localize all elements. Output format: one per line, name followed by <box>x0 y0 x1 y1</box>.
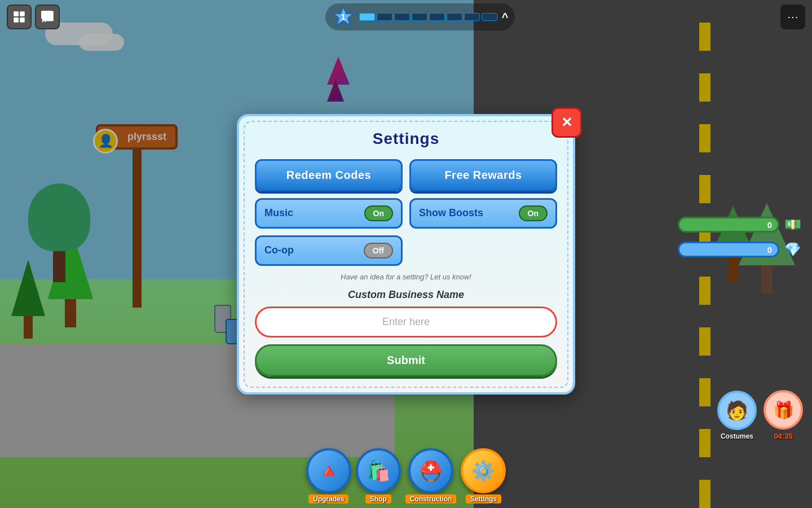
show-boosts-toggle[interactable]: Show Boosts On <box>409 198 557 229</box>
redeem-codes-button[interactable]: Redeem Codes <box>255 159 403 191</box>
settings-modal: ✕ Settings Redeem Codes Free Rewards Mus… <box>237 114 575 395</box>
show-boosts-label: Show Boosts <box>419 207 483 219</box>
coop-label: Co-op <box>264 244 294 256</box>
coop-toggle[interactable]: Co-op Off <box>255 235 403 266</box>
modal-title: Settings <box>255 130 557 148</box>
business-name-input[interactable] <box>255 306 557 338</box>
modal-backdrop: ✕ Settings Redeem Codes Free Rewards Mus… <box>0 0 812 508</box>
close-button[interactable]: ✕ <box>551 107 582 138</box>
hint-text: Have an idea for a setting? Let us know! <box>255 273 557 281</box>
close-icon: ✕ <box>561 115 572 130</box>
coop-state: Off <box>364 243 393 259</box>
music-state: On <box>364 205 393 221</box>
show-boosts-state: On <box>519 205 548 221</box>
submit-button[interactable]: Submit <box>255 344 557 376</box>
custom-business-title: Custom Business Name <box>255 289 557 301</box>
toggle-row-2: Co-op Off <box>255 235 557 266</box>
modal-action-row: Redeem Codes Free Rewards <box>255 159 557 191</box>
free-rewards-button[interactable]: Free Rewards <box>409 159 557 191</box>
toggle-row-1: Music On Show Boosts On <box>255 198 557 229</box>
music-toggle[interactable]: Music On <box>255 198 403 229</box>
music-label: Music <box>264 207 293 219</box>
